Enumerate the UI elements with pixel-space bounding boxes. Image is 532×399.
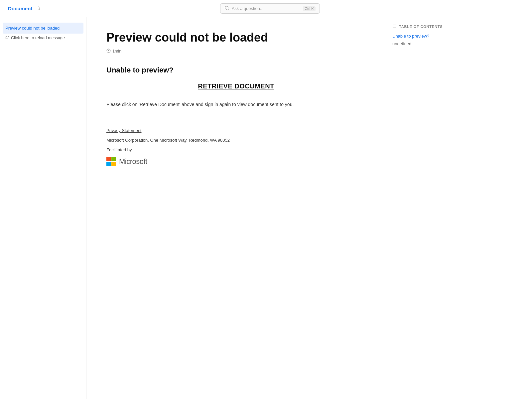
brand-title[interactable]: Document bbox=[8, 6, 32, 11]
search-placeholder: Ask a question... bbox=[232, 6, 301, 11]
toc-icon bbox=[392, 24, 397, 29]
toc-item-undefined[interactable]: undefined bbox=[392, 41, 446, 46]
search-bar[interactable]: Ask a question... Ctrl K bbox=[220, 3, 320, 14]
microsoft-logo: Microsoft bbox=[106, 157, 366, 166]
toc-header: TABLE OF CONTENTS bbox=[392, 24, 446, 29]
read-time: 1min bbox=[106, 49, 366, 54]
sidebar-item-preview[interactable]: Preview could not be loaded bbox=[3, 23, 83, 34]
retrieve-document-link[interactable]: RETRIEVE DOCUMENT bbox=[106, 82, 366, 90]
facilitated-by-label: Facilitated by bbox=[106, 147, 366, 152]
main-content: Preview could not be loaded 1min Unable … bbox=[86, 17, 386, 399]
ms-square-red bbox=[106, 157, 111, 161]
privacy-statement-link[interactable]: Privacy Statement bbox=[106, 128, 366, 133]
toc-item-unable-to-preview[interactable]: Unable to preview? bbox=[392, 34, 446, 39]
sidebar-reload-link[interactable]: Click here to reload message bbox=[0, 34, 86, 42]
sidebar: Preview could not be loaded Click here t… bbox=[0, 17, 86, 399]
page-layout: Preview could not be loaded Click here t… bbox=[0, 17, 532, 399]
section-heading: Unable to preview? bbox=[106, 66, 366, 74]
svg-line-1 bbox=[227, 9, 228, 10]
top-navigation: Document ☽ Ask a question... Ctrl K bbox=[0, 0, 532, 17]
ms-square-blue bbox=[106, 162, 111, 166]
reload-link-label: Click here to reload message bbox=[11, 36, 65, 40]
microsoft-text: Microsoft bbox=[119, 157, 147, 166]
toc-header-label: TABLE OF CONTENTS bbox=[399, 25, 443, 29]
dark-mode-icon[interactable]: ☽ bbox=[36, 6, 42, 12]
external-link-icon bbox=[5, 36, 9, 40]
svg-point-0 bbox=[225, 6, 228, 9]
clock-icon bbox=[106, 49, 111, 54]
svg-line-2 bbox=[7, 36, 9, 38]
page-title: Preview could not be loaded bbox=[106, 31, 366, 45]
sidebar-item-label: Preview could not be loaded bbox=[5, 26, 60, 31]
read-time-value: 1min bbox=[112, 49, 121, 54]
description-text: Please click on 'Retrieve Document' abov… bbox=[106, 101, 366, 108]
corp-address: Microsoft Corporation, One Microsoft Way… bbox=[106, 138, 366, 143]
table-of-contents: TABLE OF CONTENTS Unable to preview? und… bbox=[386, 17, 452, 399]
search-shortcut: Ctrl K bbox=[303, 6, 316, 11]
search-icon bbox=[224, 6, 229, 11]
ms-square-green bbox=[111, 157, 116, 161]
ms-square-yellow bbox=[111, 162, 116, 166]
nav-left: Document ☽ bbox=[8, 6, 42, 12]
ms-squares-grid bbox=[106, 157, 116, 166]
